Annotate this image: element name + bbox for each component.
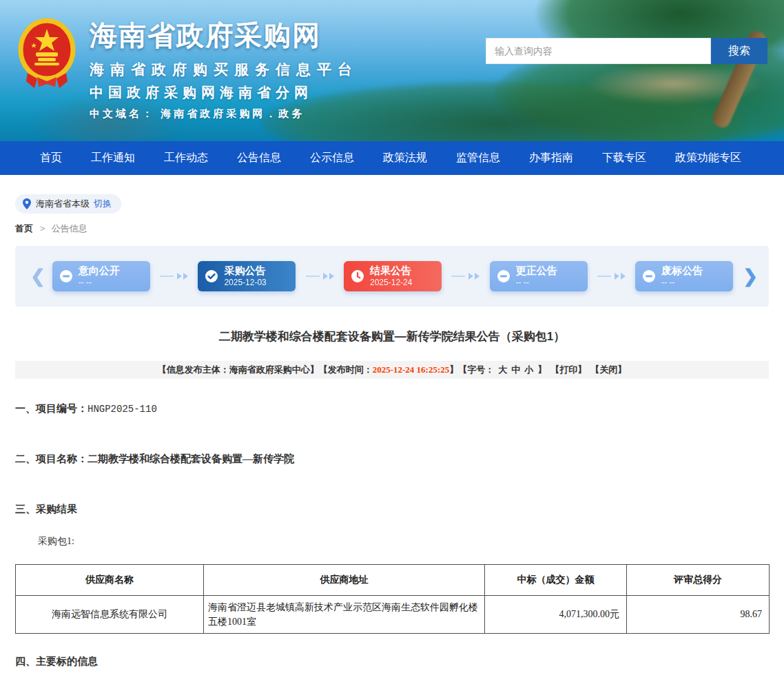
package-1-label: 采购包1: [15, 535, 769, 548]
header-banner: 海南省政府采购网 海南省政府购买服务信息平台 中国政府采购网海南省分网 中文域名… [0, 0, 784, 141]
site-subtitle-1: 海南省政府购买服务信息平台 [90, 60, 358, 79]
article-body: 一、项目编号：HNGP2025-110 二、项目名称：二期教学楼和综合楼配套设备… [15, 402, 769, 673]
breadcrumb-home[interactable]: 首页 [15, 223, 33, 234]
section-project-name: 二、项目名称：二期教学楼和综合楼配套设备购置—新传学院 [15, 453, 769, 466]
supplier-name-cell: 海南远智信息系统有限公司 [16, 596, 204, 634]
step-correction-announcement[interactable]: 更正公告 -- -- [490, 261, 588, 291]
nav-item-policies[interactable]: 政策法规 [383, 151, 427, 165]
step-procurement-announcement[interactable]: 采购公告 2025-12-03 [198, 261, 296, 291]
project-number-label: 一、项目编号： [15, 403, 87, 414]
minus-icon [642, 269, 656, 283]
step-result-announcement[interactable]: 结果公告 2025-12-24 [344, 261, 442, 291]
col-supplier-address: 供应商地址 [204, 565, 485, 596]
breadcrumb: 首页 > 公告信息 [15, 222, 769, 235]
breadcrumb-current[interactable]: 公告信息 [52, 223, 87, 234]
step-label: 结果公告 [370, 265, 412, 276]
site-domain-line: 中文域名： 海南省政府采购网．政务 [90, 107, 358, 121]
col-award-amount: 中标（成交）金额 [485, 565, 627, 596]
search-button[interactable]: 搜索 [711, 38, 767, 64]
award-amount-cell: 4,071,300.00元 [485, 596, 627, 634]
result-table-header-row: 供应商名称 供应商地址 中标（成交）金额 评审总得分 [16, 565, 770, 596]
national-emblem-logo [18, 18, 76, 94]
breadcrumb-separator: > [40, 223, 45, 234]
search-box: 搜索 [486, 38, 767, 64]
nav-item-announcements[interactable]: 公告信息 [237, 151, 281, 165]
stepper-next-chevron-icon[interactable]: ❯ [743, 267, 758, 285]
check-icon [205, 269, 218, 283]
fontsize-suffix: 】 [537, 364, 546, 376]
step-date: 2025-12-03 [224, 278, 266, 288]
publisher-label: 【信息发布主体：海南省政府采购中心】 [158, 364, 319, 376]
publish-time-value: 2025-12-24 16:25:25 [373, 364, 450, 375]
font-size-medium-button[interactable]: 中 [511, 364, 520, 376]
main-navigation: 首页 工作通知 工作动态 公告信息 公示信息 政策法规 监管信息 办事指南 下载… [0, 141, 784, 175]
font-size-large-button[interactable]: 大 [498, 364, 507, 376]
font-size-small-button[interactable]: 小 [524, 364, 533, 376]
step-date: -- -- [516, 278, 557, 288]
close-button[interactable]: 【关闭】 [590, 364, 626, 376]
step-date: 2025-12-24 [370, 278, 412, 288]
region-label: 海南省省本级 [36, 198, 90, 210]
step-date: -- -- [661, 278, 703, 288]
section-main-bid-info: 四、主要标的信息 [15, 655, 769, 668]
step-arrow-icon [442, 273, 490, 280]
announcement-stepper: ❮ 意向公开 -- -- 采购公告 2025-12-03 [15, 246, 769, 307]
article-title: 二期教学楼和综合楼配套设备购置—新传学院结果公告（采购包1） [15, 329, 769, 344]
nav-item-policy-zone[interactable]: 政策功能专区 [675, 151, 741, 165]
section-procurement-result: 三、采购结果 [15, 503, 769, 516]
minus-icon [497, 269, 510, 283]
step-arrow-icon [296, 273, 344, 280]
nav-item-work-news[interactable]: 工作动态 [164, 151, 208, 165]
step-arrow-icon [150, 273, 198, 280]
site-subtitle-2: 中国政府采购网海南省分网 [90, 83, 358, 102]
region-selector[interactable]: 海南省省本级 切换 [15, 194, 121, 214]
step-date: -- -- [79, 278, 120, 288]
supplier-address-cell: 海南省澄迈县老城镇高新技术产业示范区海南生态软件园孵化楼五楼1001室 [204, 596, 485, 634]
step-invalid-bid-announcement[interactable]: 废标公告 -- -- [635, 261, 733, 291]
col-supplier-name: 供应商名称 [16, 565, 204, 596]
nav-item-guide[interactable]: 办事指南 [529, 151, 573, 165]
publish-time-prefix: 【发布时间： [319, 364, 373, 376]
map-pin-icon [22, 198, 32, 209]
nav-item-publicity[interactable]: 公示信息 [310, 151, 354, 165]
section-project-number: 一、项目编号：HNGP2025-110 [15, 402, 769, 415]
article-meta-bar: 【信息发布主体：海南省政府采购中心】 【发布时间： 2025-12-24 16:… [15, 361, 769, 379]
clock-icon [351, 269, 364, 283]
fontsize-prefix: 【字号： [458, 364, 494, 376]
search-input[interactable] [486, 38, 711, 64]
region-switch-link[interactable]: 切换 [94, 198, 112, 210]
step-label: 更正公告 [516, 265, 557, 276]
nav-item-home[interactable]: 首页 [40, 151, 62, 165]
col-review-score: 评审总得分 [627, 565, 770, 596]
step-intent-announcement[interactable]: 意向公开 -- -- [52, 261, 150, 291]
project-number-value: HNGP2025-110 [87, 404, 157, 415]
print-button[interactable]: 【打印】 [550, 364, 586, 376]
step-label: 意向公开 [79, 265, 120, 276]
nav-item-downloads[interactable]: 下载专区 [602, 151, 646, 165]
nav-item-supervision[interactable]: 监管信息 [456, 151, 500, 165]
publish-time-suffix: 】 [449, 364, 458, 376]
minus-icon [59, 269, 73, 283]
stepper-prev-chevron-icon[interactable]: ❮ [30, 267, 45, 285]
step-label: 采购公告 [224, 265, 266, 276]
step-label: 废标公告 [661, 265, 703, 276]
site-branding: 海南省政府采购网 海南省政府购买服务信息平台 中国政府采购网海南省分网 中文域名… [90, 17, 358, 121]
nav-item-work-notice[interactable]: 工作通知 [91, 151, 135, 165]
result-table: 供应商名称 供应商地址 中标（成交）金额 评审总得分 海南远智信息系统有限公司 … [15, 564, 770, 634]
site-title: 海南省政府采购网 [90, 17, 358, 54]
result-table-row: 海南远智信息系统有限公司 海南省澄迈县老城镇高新技术产业示范区海南生态软件园孵化… [16, 596, 770, 634]
review-score-cell: 98.67 [627, 596, 770, 634]
step-arrow-icon [588, 273, 636, 280]
